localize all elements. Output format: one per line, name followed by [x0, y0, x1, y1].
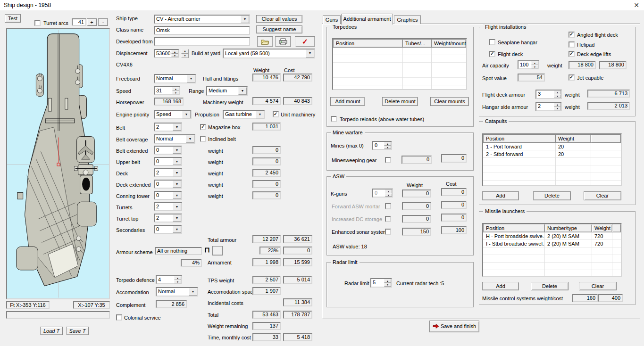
spin-down-icon[interactable]: ▼	[174, 280, 181, 284]
spin-down-icon[interactable]: ▼	[385, 193, 392, 197]
table-row[interactable]: H - Port broadside swive...	[483, 233, 544, 240]
radar-limit-spinner[interactable]: 5 ▲ ▼	[370, 278, 392, 288]
column-header-number-type[interactable]: Number/type	[544, 224, 592, 232]
minesweeping-gear-checkbox[interactable]	[385, 157, 391, 163]
catapult-delete-button[interactable]: Delete	[533, 191, 571, 200]
displacement-step-spinner[interactable]: ▲ ▼	[181, 49, 189, 58]
catapults-table[interactable]: Position Weight 1 - Port forward 20 2 - …	[482, 133, 622, 186]
table-row[interactable]: 2 - Stbd forward	[483, 151, 555, 158]
save-and-finish-button[interactable]: Save and finish	[429, 321, 479, 332]
suggest-name-button[interactable]: Suggest name	[256, 25, 302, 33]
catapult-add-button[interactable]: Add	[482, 191, 519, 200]
spin-down-icon[interactable]: ▼	[384, 146, 391, 149]
table-row[interactable]: 1 - Port forward	[483, 143, 555, 151]
jet-capable-checkbox[interactable]	[569, 74, 575, 81]
spin-up-icon[interactable]: ▲	[554, 103, 561, 107]
column-header-tubes[interactable]: Tubes/...	[402, 39, 432, 48]
spin-down-icon[interactable]: ▼	[554, 94, 561, 98]
dropdown-arrow-icon[interactable]: ▼	[256, 111, 264, 118]
table-row[interactable]: 720	[592, 240, 612, 248]
flight-deck-checkbox[interactable]	[489, 51, 495, 57]
delete-mount-button[interactable]: Delete mount	[382, 97, 418, 106]
developed-from-input[interactable]	[154, 37, 250, 46]
zoom-in-button[interactable]: +	[87, 18, 97, 26]
unit-machinery-checkbox[interactable]	[273, 111, 279, 117]
colonial-service-checkbox[interactable]	[116, 314, 122, 321]
torpedo-reloads-checkbox[interactable]	[331, 116, 337, 122]
missile-add-button[interactable]: Add	[482, 282, 519, 290]
torpedo-defence-spinner[interactable]: 4 ▲ ▼	[156, 275, 182, 284]
dropdown-arrow-icon[interactable]: ▼	[241, 16, 249, 23]
dropdown-arrow-icon[interactable]: ▼	[173, 214, 181, 222]
dropdown-arrow-icon[interactable]: ▼	[189, 288, 197, 296]
dropdown-arrow-icon[interactable]: ▼	[173, 226, 181, 233]
accomodation-select[interactable]: Normal ▼	[156, 287, 198, 297]
freeboard-select[interactable]: Normal ▼	[154, 74, 196, 83]
deck-select[interactable]: 2▼	[154, 168, 182, 177]
mines-spinner[interactable]: 0 ▲ ▼	[372, 141, 392, 150]
column-header-position[interactable]: Position	[483, 224, 545, 232]
dropdown-arrow-icon[interactable]: ▼	[238, 87, 247, 95]
clear-all-values-button[interactable]: Clear all values	[256, 15, 302, 23]
missile-delete-button[interactable]: Delete	[531, 282, 569, 290]
spin-down-icon[interactable]: ▼	[172, 91, 179, 95]
turret-top-select[interactable]: 2▼	[154, 214, 182, 222]
column-header-weight-mount[interactable]: Weight/mount	[431, 39, 466, 48]
spin-up-icon[interactable]: ▲	[174, 276, 181, 280]
dropdown-arrow-icon[interactable]: ▼	[182, 111, 191, 118]
speed-spinner[interactable]: 31 ▲ ▼	[154, 86, 180, 95]
column-header-position[interactable]: Position	[483, 134, 556, 143]
spin-up-icon[interactable]: ▲	[181, 49, 189, 54]
ship-view-panel[interactable]	[6, 28, 110, 299]
spin-up-icon[interactable]: ▲	[384, 142, 391, 146]
torpedoes-table[interactable]: Position Tubes/... Weight/mount	[332, 38, 467, 90]
dropdown-arrow-icon[interactable]: ▼	[173, 192, 181, 199]
displacement-spinner[interactable]: 53600 ▲ ▼	[154, 49, 179, 58]
spin-down-icon[interactable]: ▼	[171, 54, 178, 58]
spin-down-icon[interactable]: ▼	[554, 107, 561, 110]
dropdown-arrow-icon[interactable]: ▼	[306, 49, 314, 58]
hangar-side-armour-spinner[interactable]: 2 ▲ ▼	[535, 102, 562, 111]
zoom-out-button[interactable]: -	[98, 18, 108, 26]
conning-tower-select[interactable]: 0▼	[154, 191, 182, 200]
dropdown-arrow-icon[interactable]: ▼	[173, 181, 181, 188]
clear-mounts-button[interactable]: Clear mounts	[430, 97, 469, 106]
spin-down-icon[interactable]: ▼	[181, 54, 189, 58]
armour-scheme-button[interactable]	[212, 246, 223, 255]
open-button[interactable]	[257, 36, 273, 47]
flight-deck-armour-spinner[interactable]: 3 ▲ ▼	[535, 90, 562, 99]
print-button[interactable]	[275, 36, 291, 47]
spin-up-icon[interactable]: ▲	[172, 87, 179, 91]
spin-down-icon[interactable]: ▼	[531, 65, 538, 69]
table-row[interactable]: I - Stbd broadside swivel...	[483, 240, 544, 248]
ship-type-select[interactable]: CV - Aircraft carrier ▼	[154, 15, 250, 24]
deck-extended-select[interactable]: 0▼	[154, 180, 182, 189]
test-button[interactable]: Test	[5, 14, 21, 23]
tab-graphics[interactable]: Graphics	[394, 15, 421, 24]
column-header-weight[interactable]: Weight	[592, 224, 612, 232]
column-header-extra[interactable]	[591, 134, 621, 143]
save-template-button[interactable]: Save T	[66, 327, 89, 335]
build-yard-select[interactable]: Local yard (59 500) ▼	[223, 49, 315, 58]
column-header-weight[interactable]: Weight	[555, 134, 591, 143]
helipad-checkbox[interactable]	[569, 41, 575, 48]
turret-arcs-checkbox[interactable]	[34, 20, 41, 26]
dropdown-arrow-icon[interactable]: ▼	[186, 135, 194, 143]
column-header-position[interactable]: Position	[333, 39, 403, 48]
missile-launchers-table[interactable]: Position Number/type Weight H - Port bro…	[482, 223, 622, 277]
spin-up-icon[interactable]: ▲	[171, 50, 178, 54]
catapult-clear-button[interactable]: Clear	[584, 191, 621, 200]
turrets-select[interactable]: 2▼	[154, 202, 182, 211]
confirm-check-button[interactable]: ✓	[295, 36, 315, 47]
dropdown-arrow-icon[interactable]: ▼	[173, 124, 181, 131]
add-mount-button[interactable]: Add mount	[330, 97, 365, 106]
propulsion-select[interactable]: Gas turbine ▼	[223, 110, 265, 119]
spin-down-icon[interactable]: ▼	[384, 283, 391, 287]
tab-additional-armament[interactable]: Additional armament	[341, 14, 393, 25]
dropdown-arrow-icon[interactable]: ▼	[173, 203, 181, 210]
belt-coverage-select[interactable]: Normal ▼	[154, 134, 195, 144]
deck-edge-lifts-checkbox[interactable]	[569, 51, 575, 57]
load-template-button[interactable]: Load T	[40, 327, 63, 335]
class-name-input[interactable]: Omsk	[154, 26, 250, 35]
upper-belt-select[interactable]: 0▼	[154, 157, 182, 166]
